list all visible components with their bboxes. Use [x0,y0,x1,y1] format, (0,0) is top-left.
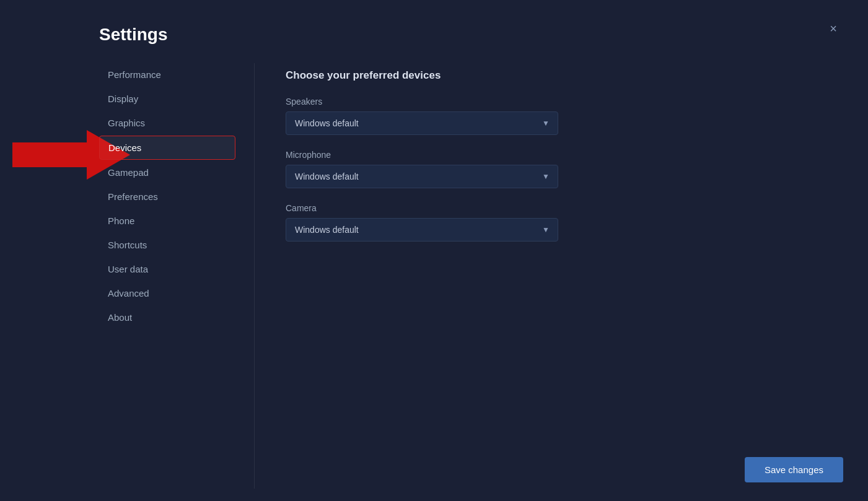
microphone-select[interactable]: Windows default Built-in Microphone Head… [286,165,558,188]
sidebar-divider [254,63,255,489]
camera-select-wrapper: Windows default Built-in Camera USB Came… [286,218,558,242]
microphone-select-wrapper: Windows default Built-in Microphone Head… [286,165,558,188]
save-changes-button[interactable]: Save changes [745,457,843,482]
speakers-field-group: Speakers Windows default Headphones Spea… [286,97,831,135]
speakers-label: Speakers [286,97,831,107]
sidebar-item-gamepad[interactable]: Gamepad [99,161,235,184]
microphone-field-group: Microphone Windows default Built-in Micr… [286,150,831,188]
sidebar-item-graphics[interactable]: Graphics [99,111,235,134]
save-button-container: Save changes [745,457,843,482]
sidebar-item-performance[interactable]: Performance [99,63,235,86]
camera-field-group: Camera Windows default Built-in Camera U… [286,203,831,242]
sidebar: Performance Display Graphics Devices Gam… [99,63,235,489]
sidebar-item-preferences[interactable]: Preferences [99,185,235,208]
speakers-select-wrapper: Windows default Headphones Speakers ▼ [286,111,558,135]
settings-body: Performance Display Graphics Devices Gam… [99,63,843,489]
content-section-title: Choose your preferred devices [286,69,831,82]
sidebar-item-phone[interactable]: Phone [99,209,235,232]
sidebar-item-devices[interactable]: Devices [99,136,235,160]
sidebar-item-shortcuts[interactable]: Shortcuts [99,233,235,256]
settings-container: Settings Performance Display Graphics De… [99,19,843,489]
sidebar-item-advanced[interactable]: Advanced [99,282,235,305]
microphone-label: Microphone [286,150,831,160]
settings-title: Settings [99,19,843,45]
sidebar-item-about[interactable]: About [99,306,235,329]
content-area: Choose your preferred devices Speakers W… [273,63,843,489]
sidebar-item-display[interactable]: Display [99,87,235,110]
camera-select[interactable]: Windows default Built-in Camera USB Came… [286,218,558,242]
camera-label: Camera [286,203,831,213]
sidebar-item-user-data[interactable]: User data [99,258,235,281]
speakers-select[interactable]: Windows default Headphones Speakers [286,111,558,135]
